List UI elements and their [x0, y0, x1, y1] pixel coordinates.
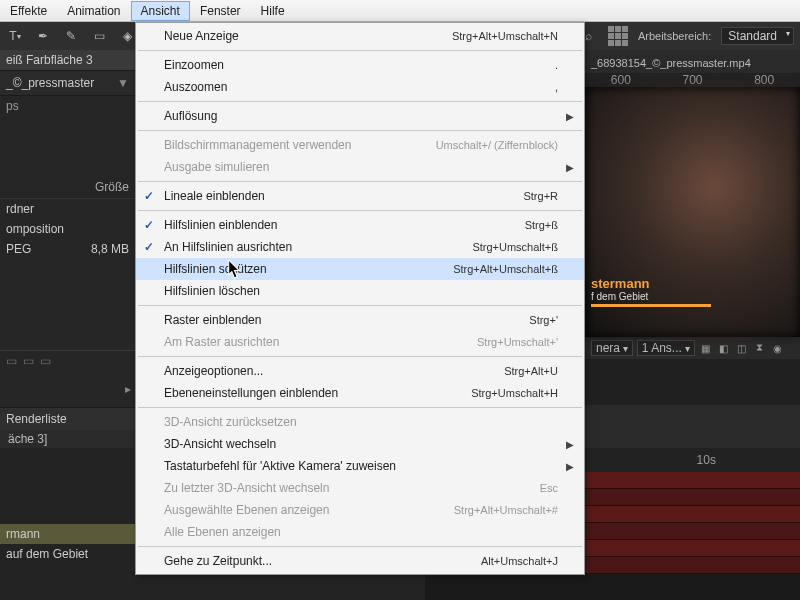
menu-item: Am Raster ausrichtenStrg+Umschalt+' — [136, 331, 584, 353]
menu-shortcut: Strg+Alt+Umschalt+N — [452, 30, 558, 42]
project-footer-icons: ▭ ▭ ▭ — [0, 350, 135, 370]
mask-icon[interactable]: ◧ — [717, 341, 731, 355]
scroll-right-icon[interactable]: ▸ — [125, 382, 131, 396]
menu-item: Alle Ebenen anzeigen — [136, 521, 584, 543]
preview-controls: nera ▾ 1 Ans... ▾ ▦ ◧ ◫ ⧗ ◉ — [585, 337, 800, 359]
pin-tool-icon[interactable]: ◈ — [118, 27, 136, 45]
submenu-arrow-icon: ▶ — [566, 439, 574, 450]
render-queue-tab[interactable]: Renderliste — [0, 407, 135, 430]
menu-item[interactable]: ✓An Hilfslinien ausrichtenStrg+Umschalt+… — [136, 236, 584, 258]
menu-fenster[interactable]: Fenster — [190, 1, 251, 21]
menu-shortcut: Esc — [540, 482, 558, 494]
submenu-arrow-icon: ▶ — [566, 111, 574, 122]
menu-shortcut: , — [555, 81, 558, 93]
menu-hilfe[interactable]: Hilfe — [251, 1, 295, 21]
menu-shortcut: Strg+Umschalt+' — [477, 336, 558, 348]
menu-separator — [138, 50, 582, 51]
menu-separator — [138, 101, 582, 102]
menu-separator — [138, 130, 582, 131]
menu-item-label: Bildschirmmanagement verwenden — [164, 138, 351, 152]
menu-separator — [138, 546, 582, 547]
menu-item-label: 3D-Ansicht wechseln — [164, 437, 276, 451]
menu-shortcut: Alt+Umschalt+J — [481, 555, 558, 567]
menu-item[interactable]: Gehe zu Zeitpunkt...Alt+Umschalt+J — [136, 550, 584, 572]
menu-item[interactable]: Auflösung▶ — [136, 105, 584, 127]
time-icon[interactable]: ⧗ — [753, 341, 767, 355]
menu-item[interactable]: Hilfslinien löschen — [136, 280, 584, 302]
menu-item-label: Zu letzter 3D-Ansicht wechseln — [164, 481, 329, 495]
menu-effekte[interactable]: Effekte — [0, 1, 57, 21]
menu-item[interactable]: Ebeneneinstellungen einblendenStrg+Umsch… — [136, 382, 584, 404]
project-item-name: _©_pressmaster — [6, 76, 94, 90]
timeline-tab[interactable]: äche 3] — [0, 430, 55, 448]
views-select[interactable]: 1 Ans... ▾ — [637, 340, 695, 356]
region-icon[interactable]: ◫ — [735, 341, 749, 355]
menu-item[interactable]: ✓Hilfslinien einblendenStrg+ß — [136, 214, 584, 236]
menu-item-label: Hilfslinien löschen — [164, 284, 260, 298]
new-icon[interactable]: ▭ — [40, 354, 51, 368]
menu-item[interactable]: ✓Lineale einblendenStrg+R — [136, 185, 584, 207]
chevron-down-icon: ▼ — [117, 76, 129, 90]
project-row[interactable]: rdner — [0, 199, 135, 219]
menu-item[interactable]: Einzoomen. — [136, 54, 584, 76]
submenu-arrow-icon: ▶ — [566, 162, 574, 173]
menu-item-label: Neue Anzeige — [164, 29, 239, 43]
menu-item-label: Alle Ebenen anzeigen — [164, 525, 281, 539]
menu-item-label: Ausgabe simulieren — [164, 160, 269, 174]
menu-separator — [138, 356, 582, 357]
project-item-header[interactable]: _©_pressmaster ▼ — [0, 71, 135, 96]
camera-select[interactable]: nera ▾ — [591, 340, 633, 356]
menu-separator — [138, 407, 582, 408]
project-panel: eiß Farbfläche 3 _©_pressmaster ▼ ps Grö… — [0, 50, 135, 430]
stamp-tool-icon[interactable]: ▭ — [90, 27, 108, 45]
project-row[interactable]: PEG8,8 MB — [0, 239, 135, 259]
composition-preview: _68938154_©_pressmaster.mp4 600700800 st… — [585, 55, 800, 405]
menu-item-label: Auszoomen — [164, 80, 227, 94]
project-row[interactable]: omposition — [0, 219, 135, 239]
menu-ansicht[interactable]: Ansicht — [131, 1, 190, 21]
menu-item-label: Am Raster ausrichten — [164, 335, 279, 349]
menu-item[interactable]: Raster einblendenStrg+' — [136, 309, 584, 331]
menu-item[interactable]: Auszoomen, — [136, 76, 584, 98]
menu-item-label: Auflösung — [164, 109, 217, 123]
workspace-selector[interactable]: Standard▾ — [721, 27, 794, 45]
col-size: Größe — [95, 180, 129, 194]
lower-third-name: stermann — [591, 276, 711, 291]
brush-tool-icon[interactable]: ✎ — [62, 27, 80, 45]
menu-item[interactable]: Tastaturbefehl für 'Aktive Kamera' zuwei… — [136, 455, 584, 477]
menu-item[interactable]: 3D-Ansicht wechseln▶ — [136, 433, 584, 455]
ansicht-menu: Neue AnzeigeStrg+Alt+Umschalt+NEinzoomen… — [135, 22, 585, 575]
grid-icon[interactable]: ▦ — [699, 341, 713, 355]
project-item-sub: ps — [0, 96, 135, 116]
menu-separator — [138, 181, 582, 182]
menu-shortcut: Strg+Alt+U — [504, 365, 558, 377]
menu-separator — [138, 210, 582, 211]
menu-item-label: Tastaturbefehl für 'Aktive Kamera' zuwei… — [164, 459, 396, 473]
menu-item-label: An Hilfslinien ausrichten — [164, 240, 292, 254]
menu-item[interactable]: Hilfslinien schützenStrg+Alt+Umschalt+ß — [136, 258, 584, 280]
menubar: Effekte Animation Ansicht Fenster Hilfe — [0, 0, 800, 22]
folder-icon[interactable]: ▭ — [23, 354, 34, 368]
snapshot-icon[interactable]: ◉ — [771, 341, 785, 355]
workspace-grid-icon[interactable] — [608, 26, 628, 46]
bits-icon[interactable]: ▭ — [6, 354, 17, 368]
menu-item-label: Ebeneneinstellungen einblenden — [164, 386, 338, 400]
menu-item[interactable]: Anzeigeoptionen...Strg+Alt+U — [136, 360, 584, 382]
menu-animation[interactable]: Animation — [57, 1, 130, 21]
preview-viewport[interactable]: stermann f dem Gebiet — [585, 87, 800, 337]
menu-item: 3D-Ansicht zurücksetzen — [136, 411, 584, 433]
menu-item-label: Hilfslinien schützen — [164, 262, 267, 276]
menu-item: Ausgabe simulieren▶ — [136, 156, 584, 178]
menu-item-label: Lineale einblenden — [164, 189, 265, 203]
menu-item-label: Hilfslinien einblenden — [164, 218, 277, 232]
menu-item-label: Raster einblenden — [164, 313, 261, 327]
preview-tab[interactable]: _68938154_©_pressmaster.mp4 — [585, 55, 800, 73]
text-tool-icon[interactable]: T▾ — [6, 27, 24, 45]
project-tab[interactable]: eiß Farbfläche 3 — [0, 50, 135, 71]
menu-shortcut: Umschalt+/ (Ziffernblock) — [436, 139, 558, 151]
menu-item-label: Einzoomen — [164, 58, 224, 72]
pen-tool-icon[interactable]: ✒ — [34, 27, 52, 45]
menu-item: Ausgewählte Ebenen anzeigenStrg+Alt+Umsc… — [136, 499, 584, 521]
menu-shortcut: Strg+R — [523, 190, 558, 202]
menu-item[interactable]: Neue AnzeigeStrg+Alt+Umschalt+N — [136, 25, 584, 47]
